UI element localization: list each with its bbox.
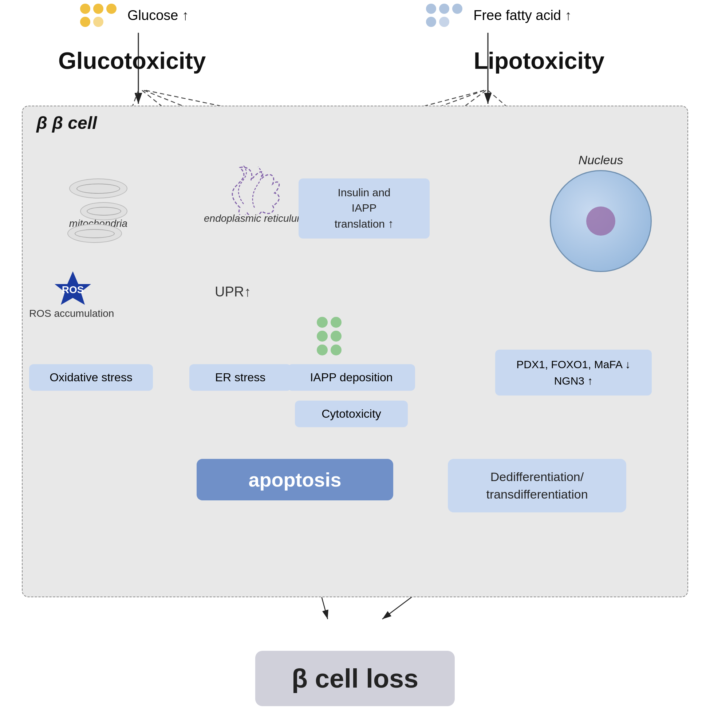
nucleus-label: Nucleus [550,153,652,167]
iapp-dot-1 [317,317,328,328]
er-stress-box: ER stress [189,364,291,391]
dedifferentiation-box: Dedifferentiation/transdifferentiation [448,459,626,512]
ros-badge-container: ROS [47,270,98,307]
ffa-group: Free fatty acid ↑ [426,4,572,27]
iapp-dot-2 [331,317,342,328]
ffa-dot-4 [426,17,436,27]
beta-cell-loss-box: β cell loss [255,651,455,706]
ros-badge: ROS [47,270,98,306]
beta-cell-label: β β cell [37,113,97,133]
glucose-dots [80,4,124,27]
ffa-dot-1 [426,4,436,14]
insulin-translation-box: Insulin andIAPPtranslation ↑ [299,178,430,239]
apoptosis-label: apoptosis [248,469,341,490]
ffa-dot-5 [439,17,449,27]
ffa-dots [426,4,470,27]
nucleus-inner [586,207,615,236]
er-label: endoplasmic reticulum [204,213,305,225]
pdx1-box: PDX1, FOXO1, MaFA ↓NGN3 ↑ [495,349,652,395]
cell-word: β cell [52,113,97,132]
beta-cell-loss-label: β cell loss [292,664,418,693]
glucose-group: Glucose ↑ [80,4,189,27]
iapp-deposition-label: IAPP deposition [310,371,393,384]
mitochondria-icon [66,178,131,215]
insulin-translation-label: Insulin andIAPPtranslation ↑ [334,186,394,230]
er-group: endoplasmic reticulum [204,160,305,225]
ffa-up-arrow: ↑ [565,8,572,23]
cytotoxicity-label: Cytotoxicity [321,407,381,420]
diagram-container: Glucose ↑ Free fatty acid ↑ Glucotoxicit… [0,0,710,728]
beta-symbol: β [37,113,52,132]
iapp-dots [317,317,353,355]
lipotoxicity-label: Lipotoxicity [474,47,604,74]
dedifferentiation-label: Dedifferentiation/transdifferentiation [486,470,588,501]
ffa-label: Free fatty acid [473,8,561,23]
glucose-dot-3 [106,4,116,14]
iapp-dot-4 [331,331,342,342]
glucotoxicity-label: Glucotoxicity [58,47,206,74]
cytotoxicity-box: Cytotoxicity [295,401,408,427]
oxidative-stress-box: Oxidative stress [29,364,153,391]
er-icon [218,160,291,215]
glucose-dot-4 [80,17,90,27]
apoptosis-box: apoptosis [197,459,393,501]
iapp-dot-6 [331,345,342,355]
nucleus-group: Nucleus [550,153,652,272]
oxidative-stress-label: Oxidative stress [50,371,132,384]
ros-accumulation-label: ROS accumulation [29,308,114,319]
mitochondria-group: mitochondria [66,178,131,229]
glucose-label: Glucose [128,8,178,23]
iapp-dot-3 [317,331,328,342]
glucose-dot-1 [80,4,90,14]
upr-label: UPR↑ [215,284,251,300]
iapp-dot-5 [317,345,328,355]
iapp-deposition-box: IAPP deposition [288,364,415,391]
ffa-dot-2 [439,4,449,14]
er-stress-label: ER stress [215,371,266,384]
ros-text: ROS [62,284,84,295]
nucleus-icon [550,170,652,272]
glucose-dot-2 [93,4,103,14]
ffa-dot-3 [452,4,462,14]
glucose-up-arrow: ↑ [182,8,189,23]
pdx1-label: PDX1, FOXO1, MaFA ↓NGN3 ↑ [516,358,630,387]
glucose-dot-5 [93,17,103,27]
